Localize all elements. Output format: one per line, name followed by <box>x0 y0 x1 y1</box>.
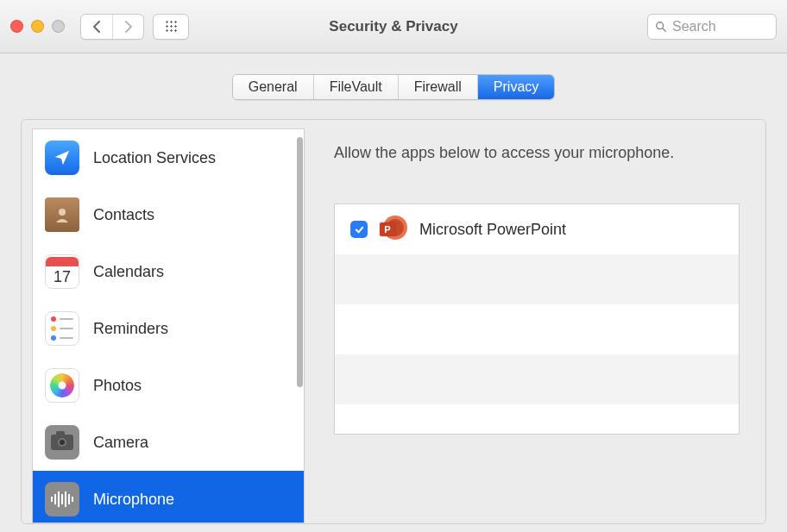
sidebar-item-label: Microphone <box>93 491 174 509</box>
app-row-empty <box>335 254 739 304</box>
traffic-lights <box>10 20 65 33</box>
sidebar-item-reminders[interactable]: Reminders <box>33 300 304 357</box>
grid-icon <box>165 20 178 33</box>
chevron-right-icon <box>123 21 133 33</box>
app-row-empty <box>335 404 739 435</box>
checkmark-icon <box>354 224 365 235</box>
sidebar-item-microphone[interactable]: Microphone <box>33 471 304 523</box>
app-row-empty <box>335 304 739 354</box>
tabbar: General FileVault Firewall Privacy <box>21 74 766 100</box>
tab-general[interactable]: General <box>233 75 313 99</box>
sidebar-scrollbar[interactable] <box>297 137 303 387</box>
svg-line-1 <box>663 28 665 30</box>
sidebar-item-label: Photos <box>93 377 142 395</box>
app-row-empty <box>335 354 739 404</box>
content: General FileVault Firewall Privacy Locat… <box>0 53 787 524</box>
sidebar-item-contacts[interactable]: Contacts <box>33 186 304 243</box>
chevron-left-icon <box>92 21 102 33</box>
sidebar-item-label: Camera <box>93 434 148 452</box>
zoom-window-button[interactable] <box>52 20 65 33</box>
tab-firewall[interactable]: Firewall <box>398 75 477 99</box>
sidebar-item-camera[interactable]: Camera <box>33 414 304 471</box>
close-window-button[interactable] <box>10 20 23 33</box>
nav-back-forward <box>80 14 144 40</box>
privacy-sidebar[interactable]: Location Services Contacts 17 Calendars <box>32 128 305 523</box>
sidebar-item-label: Reminders <box>93 320 168 338</box>
main-pane: Allow the apps below to access your micr… <box>305 120 765 523</box>
sidebar-item-location[interactable]: Location Services <box>33 129 304 186</box>
tab-privacy[interactable]: Privacy <box>477 75 554 99</box>
search-icon <box>655 21 667 33</box>
sidebar-item-label: Contacts <box>93 206 154 224</box>
sidebar-item-calendars[interactable]: 17 Calendars <box>33 243 304 300</box>
sidebar-item-photos[interactable]: Photos <box>33 357 304 414</box>
settings-panel: Location Services Contacts 17 Calendars <box>21 119 766 524</box>
back-button[interactable] <box>81 15 112 39</box>
camera-icon <box>45 425 79 460</box>
location-icon <box>45 141 79 175</box>
app-permission-list: P Microsoft PowerPoint <box>334 203 740 435</box>
contacts-icon <box>45 197 79 232</box>
svg-point-2 <box>59 209 66 216</box>
tab-filevault[interactable]: FileVault <box>313 75 398 99</box>
titlebar: Security & Privacy <box>0 0 787 53</box>
powerpoint-icon: P <box>380 216 407 243</box>
reminders-icon <box>45 311 79 346</box>
app-checkbox[interactable] <box>350 221 368 238</box>
permission-description: Allow the apps below to access your micr… <box>334 144 740 162</box>
search-field-wrap[interactable] <box>647 14 777 40</box>
app-row[interactable]: P Microsoft PowerPoint <box>335 204 739 254</box>
sidebar-wrap: Location Services Contacts 17 Calendars <box>22 120 305 523</box>
calendar-icon: 17 <box>45 254 79 289</box>
app-name: Microsoft PowerPoint <box>419 221 566 239</box>
search-input[interactable] <box>672 19 759 34</box>
sidebar-item-label: Calendars <box>93 263 164 281</box>
forward-button[interactable] <box>112 15 143 39</box>
minimize-window-button[interactable] <box>31 20 44 33</box>
sidebar-item-label: Location Services <box>93 149 216 167</box>
photos-icon <box>45 368 79 403</box>
show-all-prefs-button[interactable] <box>153 14 189 40</box>
microphone-icon <box>45 482 79 516</box>
tabs: General FileVault Firewall Privacy <box>232 74 556 100</box>
